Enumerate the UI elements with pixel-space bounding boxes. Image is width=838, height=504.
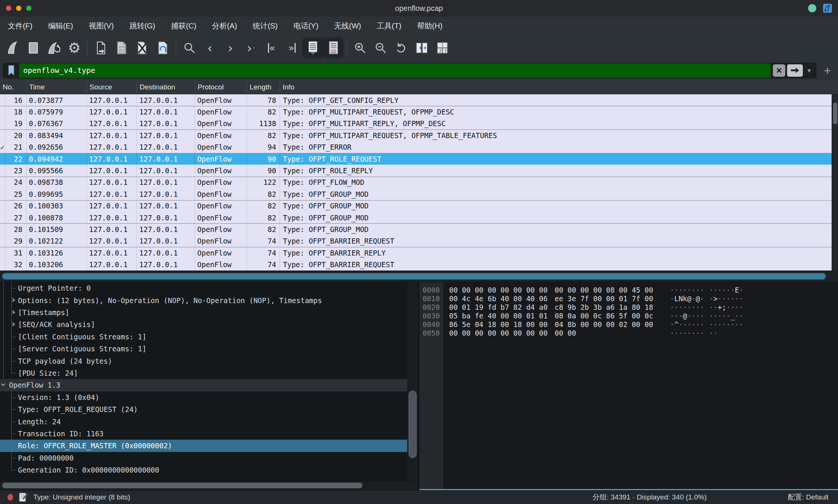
packet-row[interactable]: 250.099695127.0.0.1127.0.0.1OpenFlow82Ty… <box>0 188 838 200</box>
display-filter-input[interactable]: openflow_v4.type <box>19 63 771 78</box>
number-columns-button[interactable]: 123 <box>432 37 452 58</box>
stop-capture-button[interactable] <box>23 37 43 58</box>
hex-row[interactable]: 001000 4c 4e 6b 40 00 40 06ee 3e 7f 00 0… <box>419 294 838 303</box>
packet-row[interactable]: 190.076367127.0.0.1127.0.0.1OpenFlow1138… <box>0 118 838 129</box>
ascii-bytes: ·····_·· <box>709 312 744 320</box>
profile-text[interactable]: 配置: Default <box>782 492 838 502</box>
detail-row[interactable]: [Server Contiguous Streams: 1] <box>0 343 407 355</box>
menu-item-5[interactable]: 捕获(C) <box>163 21 204 31</box>
column-header-source[interactable]: Source <box>87 80 137 94</box>
menu-item-10[interactable]: 工具(T) <box>369 21 409 31</box>
save-file-button[interactable]: 010100110101110 <box>111 37 132 58</box>
detail-row[interactable]: Pad: 00000000 <box>0 452 407 464</box>
zoom-in-button[interactable] <box>350 37 370 58</box>
packet-row[interactable]: 220.094942127.0.0.1127.0.0.1OpenFlow90Ty… <box>0 153 838 165</box>
packet-row[interactable]: ✓210.092656127.0.0.1127.0.0.1OpenFlow94T… <box>0 141 838 153</box>
packet-row[interactable]: 280.101509127.0.0.1127.0.0.1OpenFlow82Ty… <box>0 223 838 235</box>
scrollbar-handle[interactable] <box>2 483 362 488</box>
detail-row[interactable]: Type: OFPT_ROLE_REQUEST (24) <box>0 403 407 415</box>
detail-row[interactable]: Length: 24 <box>0 415 407 427</box>
hex-row[interactable]: 002000 01 19 fd b7 82 d4 a0c8 9b 2b 3b a… <box>419 303 838 311</box>
packet-row[interactable]: 290.102122127.0.0.1127.0.0.1OpenFlow74Ty… <box>0 235 838 247</box>
colorize-toggle[interactable] <box>323 37 344 58</box>
detail-row[interactable]: Generation ID: 0x0000000000000000 <box>0 464 407 476</box>
zoom-reset-button[interactable] <box>391 37 411 58</box>
expand-arrow-icon[interactable]: › <box>12 320 15 329</box>
hex-row[interactable]: 005000 00 00 00 00 00 00 0000 00········… <box>419 329 838 337</box>
packet-row[interactable]: 200.083494127.0.0.1127.0.0.1OpenFlow82Ty… <box>0 129 838 141</box>
hex-row[interactable]: 003005 ba fe 40 00 00 01 0108 0a 00 0c 8… <box>419 311 838 320</box>
column-header-time[interactable]: Time <box>27 80 87 94</box>
start-capture-button[interactable] <box>2 37 23 58</box>
menu-item-4[interactable]: 跳转(G) <box>122 21 163 31</box>
find-packet-button[interactable] <box>179 37 199 58</box>
menu-item-8[interactable]: 电话(Y) <box>286 21 326 31</box>
menu-item-7[interactable]: 统计(S) <box>245 21 286 31</box>
detail-row[interactable]: [PDU Size: 24] <box>0 367 407 379</box>
column-header-destination[interactable]: Destination <box>137 80 195 94</box>
auto-scroll-toggle[interactable] <box>302 37 323 58</box>
resize-columns-button[interactable] <box>411 37 432 58</box>
packet-list-horizontal-scrollbar[interactable] <box>0 271 838 282</box>
packet-row[interactable]: 230.095566127.0.0.1127.0.0.1OpenFlow90Ty… <box>0 165 838 176</box>
menu-item-6[interactable]: 分析(A) <box>204 21 245 31</box>
detail-row[interactable]: ›OpenFlow 1.3 <box>0 379 407 391</box>
menu-item-1[interactable]: 文件(F) <box>0 21 40 31</box>
reload-file-button[interactable] <box>152 37 173 58</box>
menu-item-9[interactable]: 无线(W) <box>326 21 369 31</box>
filter-bookmark-button[interactable] <box>3 63 19 78</box>
zoom-out-button[interactable] <box>370 37 391 58</box>
packet-row[interactable]: 320.103206127.0.0.1127.0.0.1OpenFlow74Ty… <box>0 259 838 270</box>
filter-apply-button[interactable] <box>787 64 803 77</box>
close-file-button[interactable] <box>132 37 152 58</box>
column-header-no[interactable]: No. <box>0 80 27 94</box>
detail-row[interactable]: TCP payload (24 bytes) <box>0 355 407 367</box>
go-back-button[interactable]: ‹ <box>199 37 220 58</box>
scrollbar-handle[interactable] <box>2 273 826 280</box>
packet-row[interactable]: 310.103126127.0.0.1127.0.0.1OpenFlow74Ty… <box>0 247 838 259</box>
hex-row[interactable]: 000000 00 00 00 00 00 00 0000 00 00 00 0… <box>419 285 838 294</box>
scrollbar-handle[interactable] <box>409 391 417 458</box>
row-mark <box>0 235 5 247</box>
detail-row[interactable]: Transaction ID: 1163 <box>0 428 407 440</box>
column-header-protocol[interactable]: Protocol <box>195 80 247 94</box>
menu-item-11[interactable]: 帮助(H) <box>409 21 450 31</box>
first-packet-button[interactable]: « <box>261 37 282 58</box>
go-to-packet-button[interactable]: ›· <box>241 37 261 58</box>
detail-row[interactable]: Role: OFPCR_ROLE_MASTER (0x00000002) <box>0 440 407 452</box>
filter-clear-button[interactable]: × <box>773 64 785 77</box>
details-horizontal-scrollbar[interactable] <box>0 480 418 490</box>
packet-row[interactable]: 260.100303127.0.0.1127.0.0.1OpenFlow82Ty… <box>0 200 838 212</box>
capture-comment-icon[interactable] <box>19 492 28 502</box>
hex-row[interactable]: 004086 5e 04 18 00 18 00 0004 8b 00 00 0… <box>419 320 838 329</box>
packet-row[interactable]: 160.073877127.0.0.1127.0.0.1OpenFlow78Ty… <box>0 94 838 106</box>
packet-list-vertical-scrollbar[interactable] <box>832 94 838 271</box>
details-vertical-scrollbar[interactable] <box>407 282 418 480</box>
column-header-info[interactable]: Info <box>280 80 838 94</box>
filter-dropdown-button[interactable]: ▼ <box>805 67 814 74</box>
column-header-length[interactable]: Length <box>247 80 280 94</box>
filter-add-button[interactable]: + <box>821 64 834 77</box>
detail-row[interactable]: Version: 1.3 (0x04) <box>0 391 407 403</box>
last-packet-button[interactable]: » <box>282 37 302 58</box>
packet-row[interactable]: 270.100878127.0.0.1127.0.0.1OpenFlow82Ty… <box>0 212 838 223</box>
packet-row[interactable]: 180.075979127.0.0.1127.0.0.1OpenFlow82Ty… <box>0 106 838 117</box>
expert-info-icon[interactable] <box>7 494 13 501</box>
menu-item-2[interactable]: 编辑(E) <box>40 21 81 31</box>
detail-row[interactable]: ›Options: (12 bytes), No-Operation (NOP)… <box>0 294 407 306</box>
detail-row[interactable]: ›[SEQ/ACK analysis] <box>0 318 407 330</box>
scrollbar-handle[interactable] <box>833 103 837 124</box>
open-file-button[interactable] <box>91 37 111 58</box>
menu-item-3[interactable]: 视图(V) <box>81 21 122 31</box>
detail-row[interactable]: ›[Timestamps] <box>0 306 407 318</box>
cell-no: 26 <box>5 200 27 212</box>
restart-capture-button[interactable] <box>43 37 64 58</box>
expand-arrow-icon[interactable]: › <box>12 295 15 304</box>
capture-options-button[interactable]: ⚙ <box>64 37 85 58</box>
expand-arrow-icon[interactable]: › <box>12 308 15 317</box>
detail-row[interactable]: [Client Contiguous Streams: 1] <box>0 331 407 343</box>
go-forward-button[interactable]: › <box>220 37 241 58</box>
collapse-arrow-icon[interactable]: › <box>0 383 8 387</box>
packet-row[interactable]: 240.098738127.0.0.1127.0.0.1OpenFlow122T… <box>0 177 838 188</box>
detail-row[interactable]: Urgent Pointer: 0 <box>0 282 407 294</box>
